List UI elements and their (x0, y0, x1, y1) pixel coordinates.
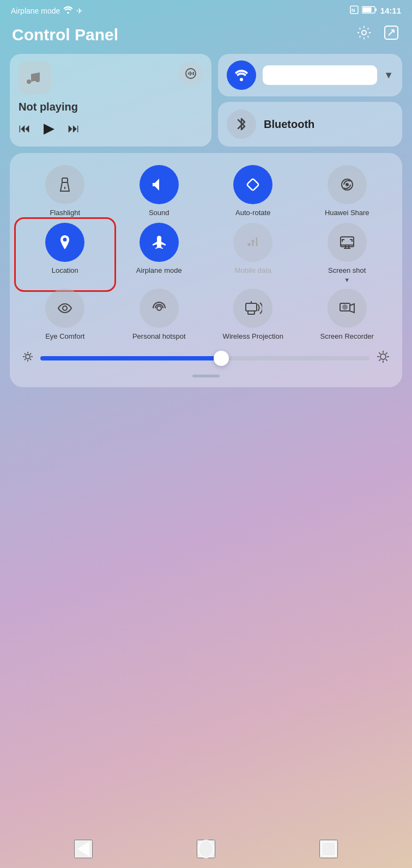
location-label: Location (52, 266, 78, 275)
svg-line-42 (30, 353, 31, 354)
home-icon (198, 840, 214, 858)
top-cards-row: Not playing ⏮ ▶ ⏭ ▼ (10, 54, 402, 146)
qs-huawei-share[interactable]: Huawei Share (302, 165, 393, 217)
media-top (19, 62, 203, 94)
home-button[interactable] (197, 840, 215, 858)
quick-settings-grid: Flashlight Sound Auto-rotate (20, 165, 392, 341)
qs-eye-comfort[interactable]: Eye Comfort (20, 289, 111, 341)
panel-title: Control Panel (12, 26, 118, 44)
svg-line-51 (386, 352, 387, 354)
screen-recorder-icon-circle (328, 289, 367, 328)
screenshot-label: Screen shot (328, 266, 366, 275)
qs-mobile-data[interactable]: Mobile data (208, 223, 299, 284)
recents-button[interactable] (319, 840, 338, 858)
svg-point-0 (67, 12, 69, 14)
collapse-handle[interactable] (20, 375, 392, 377)
svg-point-30 (157, 306, 161, 310)
status-right: N 14:11 (350, 5, 401, 16)
huawei-share-icon-circle (328, 165, 367, 204)
mobile-data-label: Mobile data (235, 266, 271, 275)
wifi-icon (63, 6, 73, 15)
bottom-nav (0, 830, 412, 868)
battery-icon (362, 5, 377, 16)
brightness-fill (40, 356, 221, 360)
music-icon (19, 62, 51, 94)
qs-flashlight[interactable]: Flashlight (20, 165, 111, 217)
screen-recorder-label: Screen Recorder (320, 332, 374, 341)
qs-sound[interactable]: Sound (114, 165, 205, 217)
svg-line-40 (25, 353, 26, 354)
svg-point-35 (26, 354, 30, 359)
personal-hotspot-label: Personal hotspot (132, 332, 186, 341)
svg-line-43 (25, 359, 26, 360)
svg-point-6 (362, 30, 366, 35)
back-button[interactable] (74, 840, 93, 858)
brightness-low-icon (22, 351, 34, 366)
wifi-card[interactable]: ▼ (218, 54, 402, 96)
bluetooth-card[interactable]: Bluetooth (218, 102, 402, 146)
huawei-share-label: Huawei Share (325, 209, 369, 217)
airplane-mode-icon-circle (140, 223, 179, 262)
media-controls: ⏮ ▶ ⏭ (19, 120, 203, 137)
sound-label: Sound (149, 209, 169, 217)
qs-wireless-projection[interactable]: Wireless Projection (208, 289, 299, 341)
wireless-projection-label: Wireless Projection (223, 332, 283, 341)
sound-icon-circle (140, 165, 179, 204)
svg-point-29 (63, 306, 67, 310)
qs-auto-rotate[interactable]: Auto-rotate (208, 165, 299, 217)
airplane-mode-label: Airplane mode (136, 266, 182, 275)
svg-rect-15 (247, 179, 259, 191)
brightness-high-icon (376, 350, 390, 367)
airplane-mode-label: Airplane mode (11, 7, 60, 15)
brightness-thumb[interactable] (214, 351, 229, 366)
qs-screenshot[interactable]: Screen shot ▼ (302, 223, 393, 284)
prev-button[interactable]: ⏮ (19, 121, 31, 136)
svg-line-41 (30, 359, 31, 360)
svg-point-11 (186, 69, 196, 78)
personal-hotspot-icon-circle (140, 289, 179, 328)
auto-rotate-icon-circle (233, 165, 272, 204)
svg-rect-4 (362, 8, 371, 13)
svg-point-18 (63, 237, 67, 241)
svg-point-44 (380, 354, 386, 359)
screenshot-icon-circle (328, 223, 367, 262)
wifi-dropdown-icon[interactable]: ▼ (384, 70, 393, 81)
svg-point-17 (346, 184, 348, 186)
settings-button[interactable] (355, 24, 373, 45)
auto-rotate-label: Auto-rotate (235, 209, 270, 217)
sound-wave-button[interactable] (179, 62, 203, 85)
control-panel: Control Panel (10, 24, 402, 387)
panel-header: Control Panel (10, 24, 402, 45)
panel-header-icons (355, 24, 400, 45)
qs-airplane-mode[interactable]: Airplane mode (114, 223, 205, 284)
flashlight-icon-circle (45, 165, 84, 204)
location-icon-circle (45, 223, 84, 262)
eye-comfort-icon-circle (45, 289, 84, 328)
qs-location[interactable]: Location (20, 223, 111, 284)
edit-button[interactable] (383, 24, 400, 45)
not-playing-label: Not playing (19, 99, 203, 115)
status-left: Airplane mode ✈ (11, 6, 83, 15)
recents-icon (321, 841, 336, 857)
nfc-icon: N (350, 5, 359, 16)
svg-line-8 (389, 30, 394, 35)
qs-personal-hotspot[interactable]: Personal hotspot (114, 289, 205, 341)
svg-line-50 (386, 359, 387, 360)
handle-bar (192, 375, 220, 377)
next-button[interactable]: ⏭ (68, 121, 80, 136)
svg-text:N: N (352, 8, 355, 13)
wifi-icon-circle (227, 60, 256, 90)
play-button[interactable]: ▶ (44, 120, 54, 137)
quick-settings-card: Flashlight Sound Auto-rotate (10, 153, 402, 387)
flashlight-label: Flashlight (50, 209, 80, 217)
eye-comfort-label: Eye Comfort (45, 332, 84, 341)
media-card: Not playing ⏮ ▶ ⏭ (10, 54, 211, 146)
wireless-projection-icon-circle (233, 289, 272, 328)
qs-screen-recorder[interactable]: Screen Recorder (302, 289, 393, 341)
mobile-data-icon-circle (233, 223, 272, 262)
svg-point-34 (343, 305, 347, 309)
wifi-name (263, 65, 377, 85)
svg-rect-31 (246, 303, 257, 311)
svg-line-49 (379, 352, 380, 354)
brightness-slider[interactable] (40, 356, 369, 360)
